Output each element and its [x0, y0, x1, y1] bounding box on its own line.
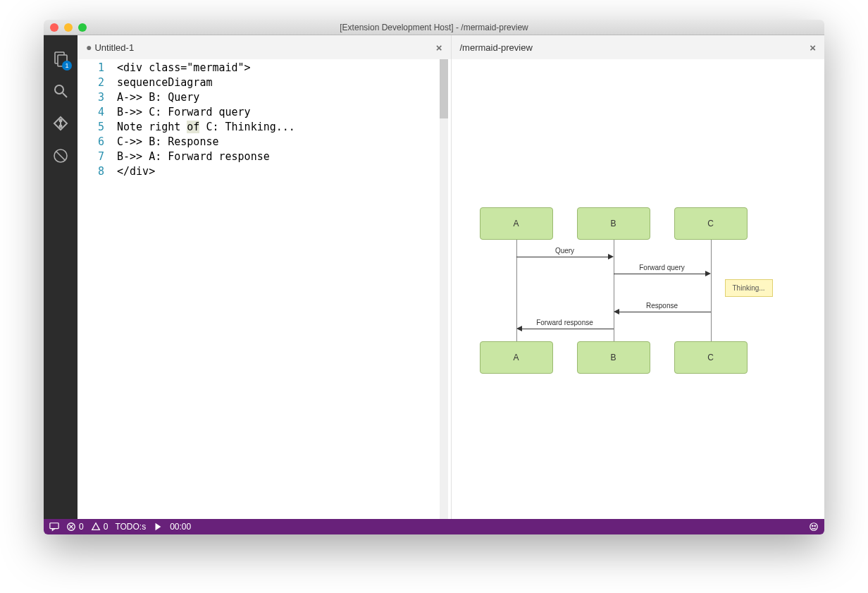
editor-tab[interactable]: ● Untitled-1 ×	[78, 35, 451, 59]
code-editor[interactable]: 1 2 3 4 5 6 7 8 <div class="mermaid">seq…	[78, 59, 451, 519]
code-content[interactable]: <div class="mermaid">sequenceDiagramA->>…	[117, 59, 451, 519]
actor-a-top: A	[480, 207, 553, 240]
msg-query-arrow-icon	[608, 254, 614, 259]
minimap-thumb[interactable]	[440, 59, 448, 118]
svg-point-2	[55, 85, 63, 94]
status-bar: 0 0 TODO:s 00:00	[44, 519, 824, 534]
msg-fq-label: Forward query	[639, 264, 684, 271]
minimize-window-button[interactable]	[64, 23, 73, 32]
time-item[interactable]: 00:00	[170, 522, 191, 532]
app-window: [Extension Development Host] - /mermaid-…	[44, 20, 824, 534]
close-tab-icon[interactable]: ×	[436, 42, 442, 54]
activity-bar: 1	[44, 35, 78, 519]
maximize-window-button[interactable]	[78, 23, 87, 32]
msg-query-line	[516, 257, 612, 257]
msg-fr-label: Forward response	[536, 319, 593, 326]
line-number-gutter: 1 2 3 4 5 6 7 8	[78, 59, 117, 519]
svg-point-11	[812, 525, 813, 526]
titlebar[interactable]: [Extension Development Host] - /mermaid-…	[44, 20, 824, 35]
search-icon[interactable]	[44, 75, 78, 107]
msg-query-label: Query	[555, 247, 574, 255]
smiley-icon[interactable]	[809, 522, 819, 532]
svg-rect-8	[50, 523, 58, 529]
svg-point-10	[810, 523, 818, 531]
msg-r-arrow-icon	[614, 309, 619, 314]
actor-b-top: B	[577, 207, 650, 240]
actor-c-top: C	[674, 207, 748, 240]
preview-tab[interactable]: /mermaid-preview ×	[452, 35, 825, 59]
mermaid-preview: A B C Query Forward query Thi	[452, 59, 825, 519]
close-window-button[interactable]	[50, 23, 58, 32]
actor-b-bottom: B	[577, 341, 650, 374]
window-title: [Extension Development Host] - /mermaid-…	[44, 23, 824, 32]
preview-tab-title: /mermaid-preview	[460, 42, 533, 53]
editor-tab-title: Untitled-1	[94, 42, 134, 53]
lifeline-c	[711, 240, 712, 341]
debug-icon[interactable]	[44, 140, 78, 172]
problems-item[interactable]: 0 0	[66, 522, 108, 532]
msg-fq-line	[614, 274, 709, 274]
error-count: 0	[79, 522, 84, 532]
msg-fq-arrow-icon	[705, 271, 711, 276]
msg-fr-arrow-icon	[516, 326, 522, 331]
play-icon[interactable]	[153, 522, 163, 532]
svg-point-12	[814, 525, 815, 526]
lifeline-b	[614, 240, 614, 341]
svg-line-3	[63, 93, 67, 97]
warning-count: 0	[104, 522, 108, 532]
explorer-icon[interactable]: 1	[44, 42, 78, 75]
explorer-badge: 1	[62, 61, 72, 71]
msg-r-line	[615, 312, 711, 312]
note-box: Thinking...	[725, 279, 773, 297]
dirty-indicator-icon: ●	[86, 42, 92, 53]
actor-c-bottom: C	[674, 341, 748, 374]
msg-r-label: Response	[646, 302, 678, 310]
actor-a-bottom: A	[480, 341, 553, 374]
git-icon[interactable]	[44, 107, 78, 140]
feedback-icon[interactable]	[49, 522, 59, 532]
close-preview-icon[interactable]: ×	[810, 42, 816, 54]
minimap[interactable]	[440, 59, 448, 519]
msg-fr-line	[518, 329, 614, 329]
todo-item[interactable]: TODO:s	[115, 522, 146, 532]
